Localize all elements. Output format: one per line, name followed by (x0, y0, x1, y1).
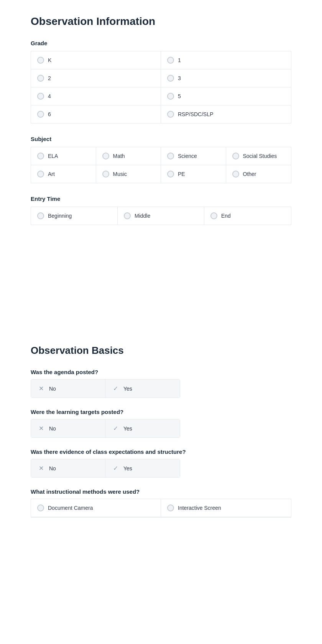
grade-label-K: K (48, 57, 51, 63)
radio-circle-music (102, 171, 109, 177)
radio-circle-rsp (167, 111, 174, 118)
grade-option-4[interactable]: 4 (31, 87, 161, 105)
radio-circle-middle (124, 212, 131, 219)
subject-label-math: Math (113, 153, 125, 159)
x-icon-2: ✕ (39, 425, 44, 432)
radio-circle-beginning (37, 212, 44, 219)
radio-circle-science (167, 153, 174, 159)
grade-row-2: 2 3 (31, 69, 291, 87)
entry-time-label-end: End (221, 213, 231, 219)
subject-option-science[interactable]: Science (161, 147, 226, 165)
grade-label-1: 1 (178, 57, 181, 63)
instructional-methods-grid: Document Camera Interactive Screen (31, 499, 291, 518)
subject-label-pe: PE (178, 171, 185, 177)
agenda-posted-toggle: ✕ No ✓ Yes (31, 379, 180, 398)
subject-grid: ELA Math Science Social Studies (31, 147, 291, 183)
subject-option-other[interactable]: Other (226, 165, 291, 183)
grade-row-3: 4 5 (31, 87, 291, 105)
radio-circle-doc-camera (37, 504, 44, 511)
entry-time-end[interactable]: End (204, 207, 291, 225)
radio-circle-K (37, 57, 44, 64)
entry-time-label-middle: Middle (135, 213, 150, 219)
radio-circle-math (102, 153, 109, 159)
subject-label-ela: ELA (48, 153, 58, 159)
learning-targets-toggle: ✕ No ✓ Yes (31, 419, 180, 438)
x-icon-3: ✕ (39, 465, 44, 472)
radio-circle-3 (167, 75, 174, 82)
grade-option-rsp[interactable]: RSP/SDC/SLP (161, 105, 291, 123)
radio-circle-ela (37, 153, 44, 159)
radio-circle-end (210, 212, 217, 219)
subject-option-social-studies[interactable]: Social Studies (226, 147, 291, 165)
check-icon-2: ✓ (113, 425, 118, 432)
instructional-method-doc-camera-label: Document Camera (48, 505, 93, 511)
class-expectations-section: Was there evidence of class expectations… (31, 449, 291, 478)
subject-label-art: Art (48, 171, 55, 177)
class-expectations-question: Was there evidence of class expectations… (31, 449, 291, 455)
grade-grid: K 1 2 3 4 (31, 51, 291, 123)
grade-label-5: 5 (178, 93, 181, 99)
agenda-posted-no[interactable]: ✕ No (31, 380, 105, 398)
entry-time-beginning[interactable]: Beginning (31, 207, 118, 225)
learning-targets-no[interactable]: ✕ No (31, 419, 105, 437)
observation-basics-title: Observation Basics (31, 345, 291, 356)
grade-label-rsp: RSP/SDC/SLP (178, 111, 214, 117)
subject-label-music: Music (113, 171, 127, 177)
subject-row-2: Art Music PE Other (31, 165, 291, 183)
check-icon-3: ✓ (113, 465, 118, 472)
radio-circle-5 (167, 93, 174, 100)
subject-label: Subject (31, 136, 291, 142)
instructional-methods-section: What instructional methods were used? Do… (31, 488, 291, 518)
learning-targets-section: Were the learning targets posted? ✕ No ✓… (31, 409, 291, 438)
agenda-posted-question: Was the agenda posted? (31, 369, 291, 375)
grade-label: Grade (31, 40, 291, 46)
agenda-posted-no-label: No (49, 386, 56, 392)
radio-circle-4 (37, 93, 44, 100)
grade-section: Grade K 1 2 3 (31, 40, 291, 123)
subject-row-1: ELA Math Science Social Studies (31, 147, 291, 165)
subject-label-other: Other (243, 171, 256, 177)
grade-option-2[interactable]: 2 (31, 69, 161, 87)
radio-circle-art (37, 171, 44, 177)
subject-option-math[interactable]: Math (96, 147, 161, 165)
agenda-posted-yes[interactable]: ✓ Yes (105, 380, 180, 398)
learning-targets-yes[interactable]: ✓ Yes (105, 419, 180, 437)
instructional-method-interactive-screen[interactable]: Interactive Screen (161, 499, 291, 517)
agenda-posted-yes-label: Yes (123, 386, 132, 392)
entry-time-section: Entry Time Beginning Middle End (31, 196, 291, 225)
entry-time-label: Entry Time (31, 196, 291, 202)
class-expectations-yes[interactable]: ✓ Yes (105, 459, 180, 477)
grade-option-3[interactable]: 3 (161, 69, 291, 87)
subject-option-pe[interactable]: PE (161, 165, 226, 183)
grade-option-K[interactable]: K (31, 51, 161, 69)
learning-targets-no-label: No (49, 426, 56, 432)
spacer (31, 237, 291, 314)
radio-circle-2 (37, 75, 44, 82)
class-expectations-no[interactable]: ✕ No (31, 459, 105, 477)
radio-circle-6 (37, 111, 44, 118)
class-expectations-toggle: ✕ No ✓ Yes (31, 459, 180, 478)
grade-label-4: 4 (48, 93, 51, 99)
grade-row-1: K 1 (31, 51, 291, 69)
radio-circle-other (232, 171, 239, 177)
entry-time-middle[interactable]: Middle (118, 207, 204, 225)
subject-section: Subject ELA Math Science Social Studies (31, 136, 291, 183)
subject-option-music[interactable]: Music (96, 165, 161, 183)
instructional-method-doc-camera[interactable]: Document Camera (31, 499, 161, 517)
class-expectations-no-label: No (49, 465, 56, 472)
learning-targets-question: Were the learning targets posted? (31, 409, 291, 415)
grade-option-5[interactable]: 5 (161, 87, 291, 105)
entry-time-label-beginning: Beginning (48, 213, 72, 219)
agenda-posted-section: Was the agenda posted? ✕ No ✓ Yes (31, 369, 291, 398)
instructional-methods-question: What instructional methods were used? (31, 488, 291, 495)
grade-row-4: 6 RSP/SDC/SLP (31, 105, 291, 123)
radio-circle-interactive-screen (167, 504, 174, 511)
grade-option-6[interactable]: 6 (31, 105, 161, 123)
grade-option-1[interactable]: 1 (161, 51, 291, 69)
x-icon: ✕ (39, 385, 44, 392)
grade-label-2: 2 (48, 75, 51, 81)
subject-option-art[interactable]: Art (31, 165, 96, 183)
subject-option-ela[interactable]: ELA (31, 147, 96, 165)
grade-label-6: 6 (48, 111, 51, 117)
radio-circle-1 (167, 57, 174, 64)
